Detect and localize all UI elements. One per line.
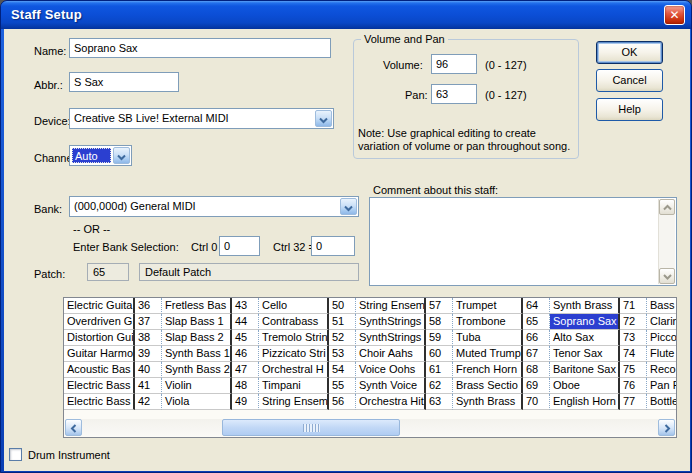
patch-number-cell[interactable]: 37 [135, 314, 162, 330]
device-combobox[interactable]: Creative SB Live! External MIDI [69, 108, 334, 129]
patch-name-cell[interactable]: Pan F [647, 378, 676, 394]
patch-number-cell[interactable]: 48 [232, 378, 259, 394]
patch-number-cell[interactable]: 58 [426, 314, 453, 330]
patch-name-cell[interactable]: Orchestra Hit [356, 394, 426, 410]
patch-name-cell[interactable]: Pizzicato Stri [259, 346, 329, 362]
patch-name-cell[interactable]: Viola [162, 394, 232, 410]
patch-number-cell[interactable]: 38 [135, 330, 162, 346]
patch-name-cell[interactable]: Trombone [453, 314, 523, 330]
abbr-input[interactable] [69, 72, 179, 92]
ctrl0-input[interactable] [219, 236, 260, 256]
patch-name-cell[interactable]: Slap Bass 2 [162, 330, 232, 346]
patch-number-cell[interactable]: 55 [329, 378, 356, 394]
title-bar[interactable]: Staff Setup ✕ [1, 1, 691, 29]
scroll-left-icon[interactable] [65, 419, 82, 436]
volume-input[interactable] [431, 54, 477, 74]
patch-name-cell[interactable]: Electric Bass [64, 394, 135, 410]
patch-number-cell[interactable]: 62 [426, 378, 453, 394]
patch-name-cell[interactable]: Reco [647, 362, 676, 378]
patch-name-cell[interactable]: Bottle [647, 394, 676, 410]
patch-name-cell-selected[interactable]: Soprano Sax [550, 314, 620, 330]
bank-dropdown-button[interactable] [340, 198, 357, 215]
patch-number-cell[interactable]: 51 [329, 314, 356, 330]
patch-number-cell[interactable]: 47 [232, 362, 259, 378]
patch-name-cell[interactable]: Guitar Harmo [64, 346, 135, 362]
patch-number-cell[interactable]: 43 [232, 298, 259, 314]
patch-number-cell[interactable]: 40 [135, 362, 162, 378]
patch-name-cell[interactable]: Timpani [259, 378, 329, 394]
patch-name-cell[interactable]: Electric Bass [64, 378, 135, 394]
scroll-up-icon[interactable] [659, 199, 675, 215]
close-icon[interactable]: ✕ [664, 5, 685, 25]
patch-name-cell[interactable]: SynthStrings [356, 314, 426, 330]
patch-name-cell[interactable]: Oboe [550, 378, 620, 394]
patch-name-cell[interactable]: Tenor Sax [550, 346, 620, 362]
patch-number-cell[interactable]: 64 [523, 298, 550, 314]
patch-number-cell[interactable]: 49 [232, 394, 259, 410]
patch-number-cell[interactable]: 63 [426, 394, 453, 410]
scroll-down-icon[interactable] [659, 268, 675, 284]
patch-number-cell[interactable]: 76 [620, 378, 647, 394]
drum-instrument-checkbox[interactable] [9, 448, 22, 461]
patch-name-cell[interactable]: Electric Guita [64, 298, 135, 314]
patch-number-cell[interactable]: 42 [135, 394, 162, 410]
patch-name-cell[interactable]: Tremolo Strin [259, 330, 329, 346]
patch-number-cell[interactable]: 56 [329, 394, 356, 410]
patch-name-cell[interactable]: Synth Bass 1 [162, 346, 232, 362]
patch-name-cell[interactable]: French Horn [453, 362, 523, 378]
hscroll-thumb[interactable] [222, 419, 400, 436]
patch-number-cell[interactable]: 71 [620, 298, 647, 314]
patch-name-cell[interactable]: Baritone Sax [550, 362, 620, 378]
patch-name-cell[interactable]: Cello [259, 298, 329, 314]
patch-number-cell[interactable]: 70 [523, 394, 550, 410]
patch-number-cell[interactable]: 72 [620, 314, 647, 330]
ok-button[interactable]: OK [596, 41, 663, 64]
patch-name-cell[interactable]: Bass [647, 298, 676, 314]
patch-name-cell[interactable]: Tuba [453, 330, 523, 346]
patch-number-cell[interactable]: 68 [523, 362, 550, 378]
patch-number-cell[interactable]: 44 [232, 314, 259, 330]
patch-name-cell[interactable]: English Horn [550, 394, 620, 410]
patch-name-cell[interactable]: String Ensem [259, 394, 329, 410]
patch-name-cell[interactable]: Distortion Gui [64, 330, 135, 346]
patch-name-cell[interactable]: Voice Oohs [356, 362, 426, 378]
patch-number-cell[interactable]: 74 [620, 346, 647, 362]
patch-number-cell[interactable]: 52 [329, 330, 356, 346]
patch-name-cell[interactable]: Clarin [647, 314, 676, 330]
ctrl32-input[interactable] [311, 236, 355, 256]
patch-name-cell[interactable]: Synth Voice [356, 378, 426, 394]
patch-name-cell[interactable]: Acoustic Bas [64, 362, 135, 378]
patch-name-cell[interactable]: Synth Brass [453, 394, 523, 410]
patch-number-cell[interactable]: 36 [135, 298, 162, 314]
patch-name-cell[interactable]: Overdriven G [64, 314, 135, 330]
patch-name-cell[interactable]: Synth Brass [550, 298, 620, 314]
comment-scrollbar[interactable] [658, 199, 675, 284]
patch-name-cell[interactable]: Picco [647, 330, 676, 346]
patch-name-cell[interactable]: Contrabass [259, 314, 329, 330]
patch-number-cell[interactable]: 45 [232, 330, 259, 346]
device-dropdown-button[interactable] [315, 110, 332, 127]
patch-name-cell[interactable]: Alto Sax [550, 330, 620, 346]
channel-dropdown-button[interactable] [113, 147, 130, 164]
channel-combobox[interactable]: Auto [69, 145, 132, 166]
help-button[interactable]: Help [596, 98, 663, 121]
patch-number-cell[interactable]: 50 [329, 298, 356, 314]
patch-number-cell[interactable]: 66 [523, 330, 550, 346]
patch-number-cell[interactable]: 77 [620, 394, 647, 410]
patch-name-cell[interactable]: Orchestral H [259, 362, 329, 378]
patch-name-cell[interactable]: Synth Bass 2 [162, 362, 232, 378]
patch-name-cell[interactable]: Fretless Bas [162, 298, 232, 314]
patch-number-cell[interactable]: 46 [232, 346, 259, 362]
patch-number-cell[interactable]: 67 [523, 346, 550, 362]
patch-number-cell[interactable]: 53 [329, 346, 356, 362]
patch-name-cell[interactable]: Choir Aahs [356, 346, 426, 362]
patch-number-cell[interactable]: 39 [135, 346, 162, 362]
patch-number-cell[interactable]: 65 [523, 314, 550, 330]
patch-table-hscrollbar[interactable] [65, 419, 675, 436]
name-input[interactable] [69, 38, 331, 58]
patch-table[interactable]: Electric GuitaOverdriven GDistortion Gui… [63, 297, 677, 438]
patch-number-cell[interactable]: 61 [426, 362, 453, 378]
patch-number-cell[interactable]: 75 [620, 362, 647, 378]
patch-name-cell[interactable]: String Ensem [356, 298, 426, 314]
patch-name-cell[interactable]: SynthStrings [356, 330, 426, 346]
